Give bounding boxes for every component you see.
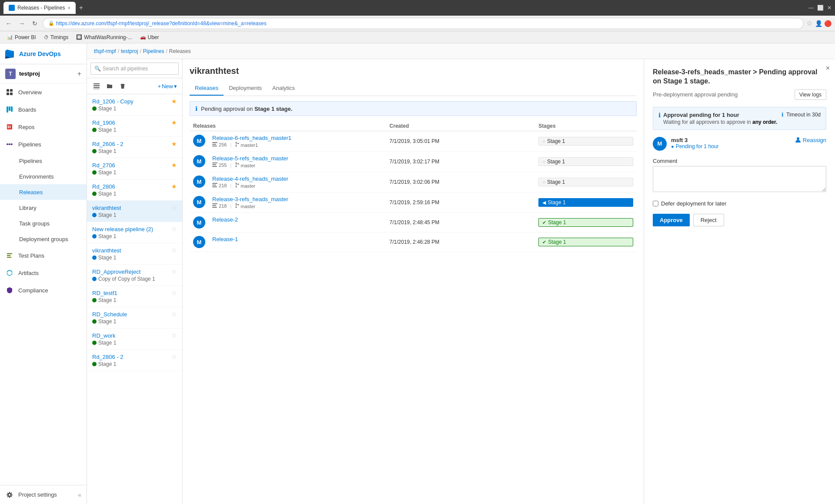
collapse-icon[interactable]: «: [78, 491, 81, 498]
tab-close-btn[interactable]: ×: [67, 5, 70, 10]
new-pipeline-btn[interactable]: + New ▾: [156, 80, 179, 92]
project-row[interactable]: T testproj +: [0, 64, 87, 83]
pipeline-link[interactable]: vikranthtest: [92, 205, 121, 211]
pipeline-item[interactable]: Rd_2706 ★ Stage 1: [87, 158, 182, 179]
star-icon[interactable]: ★: [171, 162, 177, 169]
pipeline-link[interactable]: RD_testf1: [92, 290, 117, 296]
release-name-link[interactable]: Release-5-refs_heads_master: [212, 155, 288, 162]
table-row[interactable]: M Release-3-refs_heads_master 218 | mast…: [190, 192, 637, 213]
sidebar-sub-releases[interactable]: Releases: [0, 184, 87, 200]
table-row[interactable]: M Release-1 7/1/2019, 2:46:28 PM ✔ Stage…: [190, 232, 637, 252]
stage-badge[interactable]: ✔ Stage 1: [538, 238, 633, 246]
table-row[interactable]: M Release-6-refs_heads_master1 256 | mas…: [190, 131, 637, 152]
bookmark-powerbi[interactable]: 📊 Power BI: [3, 33, 40, 41]
star-icon[interactable]: ☆: [171, 225, 177, 232]
pipeline-item[interactable]: vikranthtest ☆ Stage 1: [87, 243, 182, 265]
pipeline-link[interactable]: vikranthtest: [92, 247, 121, 254]
pipeline-item[interactable]: New release pipeline (2) ☆ Stage 1: [87, 222, 182, 243]
pipeline-link[interactable]: RD_ApproveReject: [92, 269, 140, 275]
pipeline-link[interactable]: RD_Schedule: [92, 311, 127, 318]
pipeline-link[interactable]: Rd_1906: [92, 119, 115, 126]
breadcrumb-pipelines[interactable]: Pipelines: [143, 48, 164, 54]
star-icon[interactable]: ☆: [171, 353, 177, 360]
pipeline-item[interactable]: RD_ApproveReject ☆ Copy of Copy of Stage…: [87, 265, 182, 286]
comment-input[interactable]: [653, 166, 826, 192]
release-name-link[interactable]: Release-6-refs_heads_master1: [212, 135, 291, 141]
pipeline-search-box[interactable]: 🔍 Search all pipelines: [90, 63, 179, 75]
approve-btn[interactable]: Approve: [653, 214, 690, 226]
add-project-btn[interactable]: +: [77, 70, 81, 78]
pipeline-item[interactable]: Rd_1206 - Copy ★ Stage 1: [87, 94, 182, 116]
stage-badge[interactable]: ◀ Stage 1: [538, 198, 633, 207]
sidebar-item-test-plans[interactable]: Test Plans: [0, 247, 87, 264]
release-name-link[interactable]: Release-2: [212, 216, 238, 223]
release-name-link[interactable]: Release-1: [212, 236, 238, 242]
sidebar-item-repos[interactable]: Repos: [0, 118, 87, 136]
star-icon[interactable]: ☆: [171, 311, 177, 318]
star-icon[interactable]: ☆: [171, 268, 177, 275]
star-icon[interactable]: ★: [171, 98, 177, 105]
breadcrumb-project[interactable]: testproj: [121, 48, 138, 54]
pipeline-link[interactable]: Rd_2706: [92, 162, 115, 169]
pipeline-item[interactable]: vikranthtest ☆ Stage 1: [87, 201, 182, 222]
bookmark-star-icon[interactable]: ☆: [806, 19, 812, 27]
sidebar-item-boards[interactable]: Boards: [0, 101, 87, 118]
table-row[interactable]: M Release-2 7/1/2019, 2:48:45 PM ✔ Stage…: [190, 213, 637, 232]
sidebar-item-artifacts[interactable]: Artifacts: [0, 264, 87, 282]
star-icon[interactable]: ★: [171, 140, 177, 147]
delete-btn[interactable]: [117, 80, 129, 92]
pipeline-item[interactable]: RD_Schedule ☆ Stage 1: [87, 307, 182, 328]
bookmark-whatwasrunning[interactable]: 🔲 WhatWasRunning-...: [73, 33, 135, 41]
sidebar-sub-deployment-groups[interactable]: Deployment groups: [0, 231, 87, 247]
folder-view-btn[interactable]: [104, 80, 116, 92]
pipeline-item[interactable]: Rd_2806 - 2 ☆ Stage 1: [87, 350, 182, 371]
release-name-link[interactable]: Release-3-refs_heads_master: [212, 196, 288, 202]
view-logs-btn[interactable]: View logs: [795, 90, 826, 100]
table-row[interactable]: M Release-4-refs_heads_master 218 | mast…: [190, 172, 637, 192]
pipeline-link[interactable]: New release pipeline (2): [92, 226, 153, 232]
bookmark-uber[interactable]: 🚗 Uber: [137, 33, 163, 41]
nav-back-btn[interactable]: ←: [3, 18, 14, 29]
tab-releases[interactable]: Releases: [190, 81, 224, 96]
reassign-btn[interactable]: Reassign: [795, 137, 826, 143]
pipeline-item[interactable]: RD_testf1 ☆ Stage 1: [87, 286, 182, 307]
stage-badge[interactable]: ✔ Stage 1: [538, 218, 633, 227]
defer-checkbox[interactable]: [653, 201, 658, 206]
breadcrumb-org[interactable]: tfspf-rmpf: [94, 48, 116, 54]
sidebar-footer[interactable]: Project settings «: [0, 485, 87, 504]
nav-refresh-btn[interactable]: ↻: [30, 18, 40, 29]
stage-badge[interactable]: ○ Stage 1: [538, 137, 633, 146]
pipeline-item[interactable]: Rd_2606 - 2 ★ Stage 1: [87, 137, 182, 158]
stage-badge[interactable]: ○ Stage 1: [538, 157, 633, 166]
tab-analytics[interactable]: Analytics: [267, 81, 300, 96]
pipeline-link[interactable]: Rd_2806: [92, 183, 115, 190]
star-icon[interactable]: ☆: [171, 332, 177, 339]
star-icon[interactable]: ★: [171, 183, 177, 190]
browser-tab[interactable]: Releases - Pipelines ×: [3, 2, 76, 14]
panel-close-btn[interactable]: ×: [826, 64, 830, 72]
sidebar-sub-environments[interactable]: Environments: [0, 169, 87, 184]
reject-btn[interactable]: Reject: [693, 214, 724, 226]
star-icon[interactable]: ☆: [171, 289, 177, 296]
tab-deployments[interactable]: Deployments: [224, 81, 267, 96]
star-icon[interactable]: ☆: [171, 204, 177, 211]
sidebar-sub-task-groups[interactable]: Task groups: [0, 216, 87, 231]
nav-forward-btn[interactable]: →: [17, 18, 27, 29]
new-tab-btn[interactable]: +: [79, 4, 83, 12]
sidebar-sub-pipelines[interactable]: Pipelines: [0, 153, 87, 169]
sidebar-item-compliance[interactable]: Compliance: [0, 282, 87, 299]
sidebar-item-pipelines[interactable]: Pipelines: [0, 136, 87, 153]
stage-badge[interactable]: ○ Stage 1: [538, 178, 633, 186]
table-row[interactable]: M Release-5-refs_heads_master 255 | mast…: [190, 152, 637, 172]
pipeline-link[interactable]: Rd_1206 - Copy: [92, 98, 134, 105]
sidebar-sub-library[interactable]: Library: [0, 200, 87, 216]
sidebar-item-overview[interactable]: Overview: [0, 83, 87, 101]
pipeline-link[interactable]: RD_work: [92, 332, 115, 339]
pipeline-item[interactable]: RD_work ☆ Stage 1: [87, 328, 182, 350]
address-bar[interactable]: 🔒 https://dev.azure.com/tfspf-rmpf/testp…: [43, 18, 804, 29]
pipeline-item[interactable]: Rd_2806 ★ Stage 1: [87, 179, 182, 201]
list-view-btn[interactable]: [90, 80, 103, 92]
pipeline-item[interactable]: Rd_1906 ★ Stage 1: [87, 116, 182, 137]
star-icon[interactable]: ★: [171, 119, 177, 126]
pipeline-link[interactable]: Rd_2606 - 2: [92, 141, 124, 147]
